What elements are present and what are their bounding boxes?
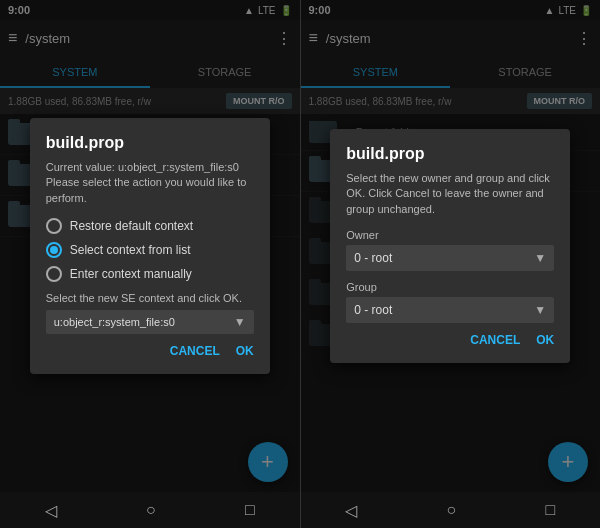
recents-icon-right[interactable]: □ <box>546 501 556 519</box>
radio-circle-restore <box>46 218 62 234</box>
back-icon-left[interactable]: ◁ <box>45 501 57 520</box>
radio-label-select: Select context from list <box>70 243 191 257</box>
dialog-right: build.prop Select the new owner and grou… <box>330 129 570 363</box>
cancel-button-right[interactable]: CANCEL <box>470 333 520 347</box>
dialog-actions-left: CANCEL OK <box>46 344 254 358</box>
dialog-description-right: Select the new owner and group and click… <box>346 171 554 217</box>
context-select[interactable]: u:object_r:system_file:s0 ▼ <box>46 310 254 334</box>
dialog-overlay-left: build.prop Current value: u:object_r:sys… <box>0 0 300 492</box>
radio-select[interactable]: Select context from list <box>46 242 254 258</box>
radio-circle-select <box>46 242 62 258</box>
radio-enter[interactable]: Enter context manually <box>46 266 254 282</box>
group-label: Group <box>346 281 554 293</box>
dialog-title-left: build.prop <box>46 134 254 152</box>
nav-bar-right: ◁ ○ □ <box>301 492 601 528</box>
screen-left: 9:00 ▲ LTE 🔋 ≡ /system ⋮ SYSTEM STORAGE … <box>0 0 300 528</box>
context-label: Select the new SE context and click OK. <box>46 292 254 304</box>
dialog-left: build.prop Current value: u:object_r:sys… <box>30 118 270 374</box>
dialog-overlay-right: build.prop Select the new owner and grou… <box>301 0 601 492</box>
dialog-description-left: Current value: u:object_r:system_file:s0… <box>46 160 254 206</box>
back-icon-right[interactable]: ◁ <box>345 501 357 520</box>
radio-circle-enter <box>46 266 62 282</box>
home-icon-left[interactable]: ○ <box>146 501 156 519</box>
dialog-title-right: build.prop <box>346 145 554 163</box>
owner-row: Owner 0 - root ▼ <box>346 229 554 271</box>
ok-button-left[interactable]: OK <box>236 344 254 358</box>
owner-label: Owner <box>346 229 554 241</box>
home-icon-right[interactable]: ○ <box>447 501 457 519</box>
group-select[interactable]: 0 - root ▼ <box>346 297 554 323</box>
context-value: u:object_r:system_file:s0 <box>54 316 175 328</box>
cancel-button-left[interactable]: CANCEL <box>170 344 220 358</box>
group-arrow-icon: ▼ <box>534 303 546 317</box>
radio-label-enter: Enter context manually <box>70 267 192 281</box>
owner-value: 0 - root <box>354 251 392 265</box>
owner-arrow-icon: ▼ <box>534 251 546 265</box>
radio-label-restore: Restore default context <box>70 219 193 233</box>
group-value: 0 - root <box>354 303 392 317</box>
nav-bar-left: ◁ ○ □ <box>0 492 300 528</box>
recents-icon-left[interactable]: □ <box>245 501 255 519</box>
dialog-actions-right: CANCEL OK <box>346 333 554 347</box>
context-arrow-icon: ▼ <box>234 315 246 329</box>
group-row: Group 0 - root ▼ <box>346 281 554 323</box>
context-section: Select the new SE context and click OK. … <box>46 292 254 334</box>
ok-button-right[interactable]: OK <box>536 333 554 347</box>
owner-select[interactable]: 0 - root ▼ <box>346 245 554 271</box>
radio-restore[interactable]: Restore default context <box>46 218 254 234</box>
screen-right: 9:00 ▲ LTE 🔋 ≡ /system ⋮ SYSTEM STORAGE … <box>301 0 601 528</box>
